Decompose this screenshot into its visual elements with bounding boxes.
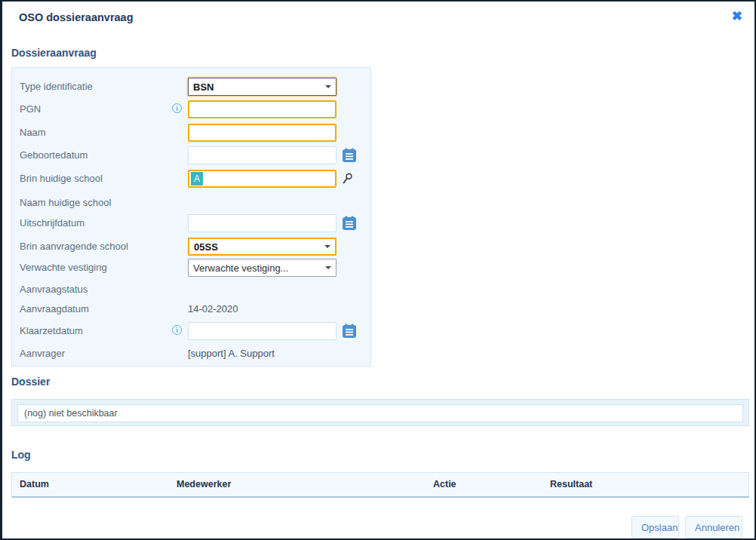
info-icon[interactable]: i — [172, 325, 182, 335]
type-identificatie-selected-value: BSN — [193, 81, 322, 93]
log-col-actie: Actie — [433, 473, 456, 496]
field-row-naam: Naam — [12, 124, 370, 142]
field-row-aanvraagstatus: Aanvraagstatus — [12, 281, 370, 299]
field-row-aanvrager: Aanvrager [support] A. Support — [12, 345, 370, 363]
calendar-icon[interactable] — [342, 216, 357, 231]
naam-input[interactable] — [188, 124, 337, 142]
section-header-dossier: Dossier — [11, 376, 50, 388]
search-icon[interactable] — [342, 173, 357, 188]
field-row-verwachte-vestiging: Verwachte vestiging Verwachte vestiging.… — [12, 259, 370, 277]
aanvrager-label: Aanvrager — [20, 345, 65, 363]
cancel-button[interactable]: Annuleren — [685, 516, 742, 538]
verwachte-vestiging-select[interactable]: Verwachte vestiging... — [188, 259, 337, 277]
save-button[interactable]: Opslaan — [632, 516, 679, 538]
naam-huidige-school-label: Naam huidige school — [20, 194, 111, 212]
aanvraagdatum-label: Aanvraagdatum — [20, 300, 89, 318]
pgn-label: PGN — [20, 100, 41, 118]
field-row-geboortedatum: Geboortedatum — [12, 146, 370, 164]
aanvraagdatum-value: 14-02-2020 — [188, 300, 238, 318]
field-row-pgn: PGN i — [12, 100, 370, 118]
geboortedatum-input[interactable] — [188, 146, 337, 164]
naam-label: Naam — [20, 124, 46, 142]
field-row-brin-aanvragende-school: Brin aanvragende school 05SS — [12, 238, 370, 256]
dossier-panel: (nog) niet beschikbaar — [11, 399, 749, 426]
field-row-type-identificatie: Type identificatie BSN — [12, 78, 370, 96]
field-row-naam-huidige-school: Naam huidige school — [12, 194, 370, 212]
chevron-down-icon — [325, 266, 331, 269]
brin-aanvragende-school-selected-value: 05SS — [194, 241, 321, 253]
verwachte-vestiging-label: Verwachte vestiging — [20, 259, 107, 277]
dossieraanvraag-panel: Type identificatie BSN PGN i Naam Geboor… — [11, 67, 371, 367]
type-identificatie-select[interactable]: BSN — [188, 78, 337, 96]
chevron-down-icon — [325, 85, 331, 88]
brin-aanvragende-school-label: Brin aanvragende school — [20, 238, 128, 256]
log-col-datum: Datum — [20, 473, 49, 496]
uitschrijfdatum-input[interactable] — [188, 214, 337, 232]
field-row-klaarzetdatum: Klaarzetdatum i — [12, 322, 370, 340]
calendar-icon[interactable] — [342, 324, 357, 339]
brin-huidige-school-value: A — [191, 172, 203, 186]
aanvrager-value: [support] A. Support — [188, 345, 275, 363]
field-row-aanvraagdatum: Aanvraagdatum 14-02-2020 — [12, 300, 370, 318]
brin-huidige-school-label: Brin huidige school — [20, 170, 103, 188]
calendar-icon[interactable] — [342, 148, 357, 163]
field-row-uitschrijfdatum: Uitschrijfdatum — [12, 214, 370, 232]
log-table: Datum Medewerker Actie Resultaat — [11, 472, 749, 498]
dialog-title: OSO dossieraanvraag — [19, 11, 134, 23]
info-icon[interactable]: i — [172, 103, 182, 113]
klaarzetdatum-label: Klaarzetdatum — [20, 322, 83, 340]
brin-huidige-school-input[interactable]: A — [188, 170, 337, 188]
log-col-medewerker: Medewerker — [177, 473, 231, 496]
pgn-input[interactable] — [188, 100, 337, 118]
type-identificatie-label: Type identificatie — [20, 78, 93, 96]
chevron-down-icon — [324, 245, 330, 248]
uitschrijfdatum-label: Uitschrijfdatum — [20, 214, 85, 232]
geboortedatum-label: Geboortedatum — [20, 146, 88, 164]
section-header-dossieraanvraag: Dossieraanvraag — [11, 47, 97, 59]
verwachte-vestiging-selected-value: Verwachte vestiging... — [193, 262, 322, 274]
log-col-resultaat: Resultaat — [550, 473, 592, 496]
section-header-log: Log — [11, 449, 31, 461]
brin-aanvragende-school-select[interactable]: 05SS — [188, 238, 337, 256]
field-row-brin-huidige-school: Brin huidige school A — [12, 170, 370, 188]
close-icon[interactable]: ✖ — [732, 9, 742, 24]
klaarzetdatum-input[interactable] — [188, 322, 337, 340]
oso-dossieraanvraag-dialog: OSO dossieraanvraag ✖ Dossieraanvraag Ty… — [0, 0, 756, 540]
dossier-empty-message: (nog) niet beschikbaar — [17, 404, 743, 422]
aanvraagstatus-label: Aanvraagstatus — [20, 281, 88, 299]
